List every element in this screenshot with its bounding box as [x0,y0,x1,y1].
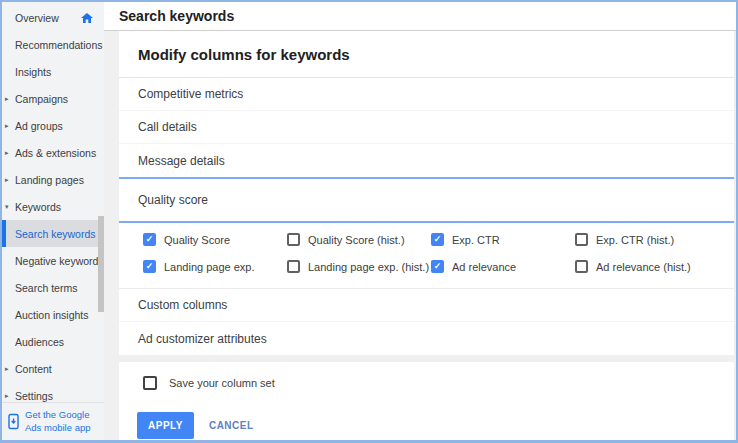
sidebar-item-label: Overview [15,12,59,24]
action-buttons: APPLY CANCEL [119,412,734,439]
sidebar: OverviewRecommendationsInsights▸Campaign… [2,2,104,440]
sidebar-item-label: Ads & extensions [15,147,96,159]
checkbox-unchecked-icon[interactable] [287,260,300,273]
sections-top: Competitive metricsCall detailsMessage d… [119,78,734,177]
section-label: Message details [138,154,225,168]
sidebar-item-label: Insights [15,66,51,78]
checkbox-label: Ad relevance [452,261,516,273]
quality-score-section: Quality score ✓Quality ScoreQuality Scor… [119,177,734,288]
sidebar-item-label: Auction insights [15,309,89,321]
section-label: Competitive metrics [138,87,243,101]
section-call-details[interactable]: Call details [119,111,734,144]
sidebar-item-label: Audiences [15,336,64,348]
checkbox-quality-score[interactable]: ✓Quality Score [143,226,287,253]
sidebar-item-search-terms[interactable]: Search terms [2,274,104,301]
chevron-right-icon: ▸ [5,95,9,103]
save-column-set-row[interactable]: Save your column set [119,362,734,390]
sidebar-nav: OverviewRecommendationsInsights▸Campaign… [2,2,104,409]
chevron-right-icon: ▸ [5,365,9,373]
sidebar-item-label: Ad groups [15,120,63,132]
checkbox-label: Quality Score [164,234,230,246]
section-label: Custom columns [138,298,227,312]
sidebar-item-label: Negative keywords [15,255,104,267]
sidebar-item-label: Recommendations [15,39,103,51]
sidebar-item-label: Content [15,363,52,375]
checkbox-landing-page-exp-hist[interactable]: Landing page exp. (hist.) [287,253,431,280]
chevron-down-icon: ▾ [5,203,9,211]
quality-checkbox-grid: ✓Quality ScoreQuality Score (hist.)✓Exp.… [119,223,734,288]
sidebar-item-ads-extensions[interactable]: ▸Ads & extensions [2,139,104,166]
section-custom-columns[interactable]: Custom columns [119,289,734,322]
home-icon [81,13,93,23]
page-header: Search keywords [104,2,736,31]
section-quality-score[interactable]: Quality score [119,179,734,223]
checkbox-landing-page-exp[interactable]: ✓Landing page exp. [143,253,287,280]
section-competitive-metrics[interactable]: Competitive metrics [119,78,734,111]
sidebar-item-landing-pages[interactable]: ▸Landing pages [2,166,104,193]
checkbox-label: Exp. CTR (hist.) [596,234,674,246]
mobile-app-link[interactable]: Get the Google Ads mobile app [2,402,104,440]
sidebar-item-label: Landing pages [15,174,84,186]
checkbox-label: Landing page exp. (hist.) [308,261,429,273]
mobile-app-label: Get the Google Ads mobile app [25,409,95,434]
sidebar-item-auction-insights[interactable]: Auction insights [2,301,104,328]
checkbox-exp-ctr[interactable]: ✓Exp. CTR [431,226,575,253]
checkbox-checked-icon[interactable]: ✓ [143,233,156,246]
section-label: Call details [138,120,197,134]
section-label: Quality score [138,193,208,207]
checkbox-checked-icon[interactable]: ✓ [431,260,444,273]
sidebar-item-audiences[interactable]: Audiences [2,328,104,355]
chevron-right-icon: ▸ [5,122,9,130]
sidebar-item-overview[interactable]: Overview [2,4,104,31]
sidebar-item-keywords[interactable]: ▾Keywords [2,193,104,220]
sections-bottom: Custom columnsAd customizer attributes [119,289,734,355]
checkbox-label: Exp. CTR [452,234,500,246]
checkbox-checked-icon[interactable]: ✓ [431,233,444,246]
modal-title: Modify columns for keywords [119,31,734,78]
sidebar-item-label: Search keywords [15,228,96,240]
chevron-right-icon: ▸ [5,176,9,184]
section-ad-customizer-attributes[interactable]: Ad customizer attributes [119,322,734,355]
sidebar-item-negative-keywords[interactable]: Negative keywords [2,247,104,274]
sidebar-item-label: Campaigns [15,93,68,105]
checkbox-unchecked-icon[interactable] [575,233,588,246]
sidebar-item-ad-groups[interactable]: ▸Ad groups [2,112,104,139]
sidebar-item-content[interactable]: ▸Content [2,355,104,382]
checkbox-unchecked-icon[interactable] [143,376,157,390]
checkbox-checked-icon[interactable]: ✓ [143,260,156,273]
cancel-button[interactable]: CANCEL [209,420,254,431]
sidebar-item-recommendations[interactable]: Recommendations [2,31,104,58]
checkbox-ad-relevance-hist[interactable]: Ad relevance (hist.) [575,253,719,280]
sidebar-item-label: Search terms [15,282,77,294]
mobile-app-icon [7,413,20,430]
section-label: Ad customizer attributes [138,332,267,346]
footer-separator [119,355,734,362]
checkbox-label: Quality Score (hist.) [308,234,405,246]
google-ads-window: OverviewRecommendationsInsights▸Campaign… [0,0,738,443]
checkbox-label: Ad relevance (hist.) [596,261,691,273]
sidebar-item-insights[interactable]: Insights [2,58,104,85]
modify-columns-panel: Modify columns for keywords Competitive … [119,31,734,440]
main-area: Search keywords Modify columns for keywo… [104,2,736,440]
sidebar-item-label: Settings [15,390,53,402]
checkbox-label: Landing page exp. [164,261,255,273]
page-title: Search keywords [119,8,234,24]
sidebar-item-label: Keywords [15,201,61,213]
apply-button[interactable]: APPLY [137,412,194,439]
sidebar-item-search-keywords[interactable]: Search keywords [2,220,104,247]
checkbox-quality-score-hist[interactable]: Quality Score (hist.) [287,226,431,253]
sidebar-item-campaigns[interactable]: ▸Campaigns [2,85,104,112]
checkbox-unchecked-icon[interactable] [287,233,300,246]
section-message-details[interactable]: Message details [119,144,734,177]
chevron-right-icon: ▸ [5,149,9,157]
modal-footer: Save your column set APPLY CANCEL [119,362,734,443]
checkbox-ad-relevance[interactable]: ✓Ad relevance [431,253,575,280]
chevron-right-icon: ▸ [5,392,9,400]
save-checkbox-label: Save your column set [169,377,275,389]
checkbox-unchecked-icon[interactable] [575,260,588,273]
checkbox-exp-ctr-hist[interactable]: Exp. CTR (hist.) [575,226,719,253]
